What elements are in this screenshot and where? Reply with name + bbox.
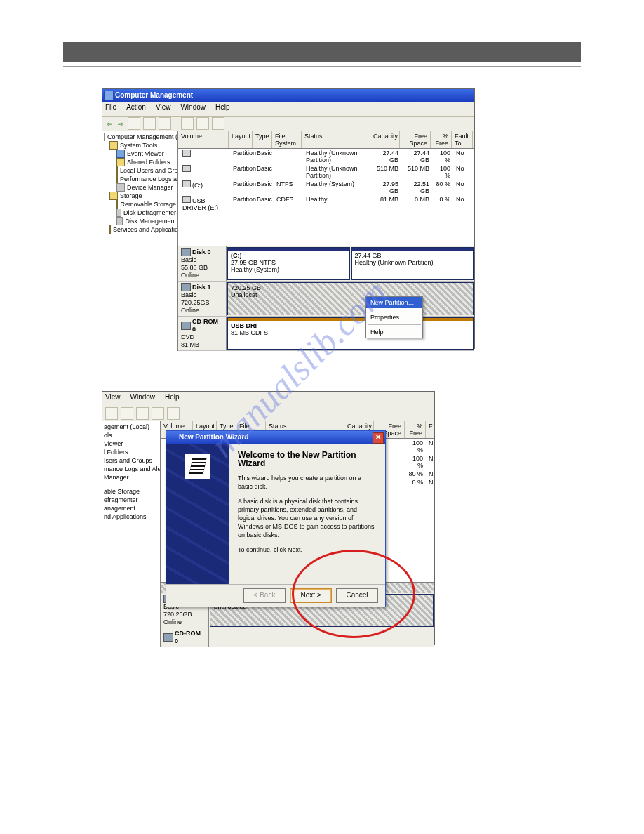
folder-icon — [116, 158, 125, 166]
disk-row[interactable]: CD-ROM 0 — [161, 628, 434, 647]
window-titlebar[interactable]: Computer Management — [102, 89, 474, 102]
tree-perf-logs[interactable]: Performance Logs and Alerts — [120, 175, 178, 183]
toolbar-btn[interactable] — [196, 117, 209, 130]
tree-local-users[interactable]: Local Users and Groups — [120, 166, 178, 175]
toolbar-btn[interactable] — [159, 117, 171, 130]
partition[interactable]: (C:) 27.95 GB NTFS Healthy (System) — [227, 247, 350, 280]
tree-services[interactable]: Services and Applications — [113, 225, 178, 234]
volume-table-header[interactable]: Volume Layout Type File System Status Ca… — [178, 131, 474, 149]
disk-icon — [181, 283, 191, 291]
tree-disk-mgmt[interactable]: Disk Management — [125, 217, 176, 225]
col-fault[interactable]: F — [426, 421, 434, 438]
tree-item[interactable]: Viewer — [104, 439, 123, 448]
wizard-titlebar[interactable]: New Partition Wizard ✕ — [166, 431, 385, 444]
col-pct[interactable]: % Free — [431, 131, 452, 148]
tree-item[interactable]: l Folders — [104, 448, 128, 456]
tree-item[interactable]: Isers and Groups — [104, 456, 152, 465]
nav-forward-icon[interactable]: ⇨ — [116, 120, 125, 128]
menubar[interactable]: File Action View Window Help — [102, 102, 474, 117]
cancel-button[interactable]: Cancel — [336, 588, 378, 603]
col-capacity[interactable]: Capacity — [370, 131, 400, 148]
tree-defrag[interactable]: Disk Defragmenter — [123, 208, 176, 217]
tree-pane[interactable]: Computer Management (Local) System Tools… — [102, 131, 178, 351]
disk-row[interactable]: Disk 1 Basic 720.25GB Online 720.25 GB U… — [178, 282, 474, 317]
tree-item[interactable]: anagement — [104, 504, 135, 512]
tree-item[interactable]: Manager — [104, 473, 129, 482]
computer-icon — [104, 133, 105, 141]
tree-item[interactable]: efragmenter — [104, 496, 138, 504]
tree-shared-folders[interactable]: Shared Folders — [127, 158, 170, 166]
tree-removable[interactable]: Removable Storage — [120, 200, 176, 208]
toolbar: ⇦ ⇨ — [102, 117, 474, 131]
context-menu[interactable]: New Partition… Properties Help — [365, 296, 423, 338]
drive-icon — [182, 150, 191, 157]
toolbar-btn[interactable] — [181, 117, 194, 130]
drive-icon — [182, 180, 191, 187]
tree-event-viewer[interactable]: Event Viewer — [127, 150, 164, 158]
tree-pane[interactable]: agement (Local) ols Viewer l Folders Ise… — [102, 421, 161, 647]
disk-row[interactable]: Disk 0 Basic 55.88 GB Online (C:) 27.95 … — [178, 246, 474, 282]
cdrom-icon — [163, 633, 173, 642]
toolbar-btn[interactable] — [136, 407, 149, 420]
partition[interactable]: 27.44 GB Healthy (Unknown Partition) — [351, 247, 474, 280]
tree-storage[interactable]: Storage — [120, 192, 142, 200]
menu-window[interactable]: Window — [130, 393, 156, 404]
toolbar-btn[interactable] — [143, 117, 156, 130]
tree-item[interactable]: nd Applications — [104, 512, 147, 521]
tree-item[interactable]: able Storage — [104, 487, 140, 496]
wizard-sidebar — [166, 444, 229, 584]
toolbar-btn[interactable] — [121, 407, 133, 420]
tree-system-tools[interactable]: System Tools — [120, 141, 157, 150]
menu-window[interactable]: Window — [180, 103, 206, 114]
wizard-dialog[interactable]: New Partition Wizard ✕ Welcome to the Ne… — [166, 430, 386, 607]
ctx-properties[interactable]: Properties — [366, 312, 422, 323]
nav-back-icon[interactable]: ⇦ — [105, 120, 114, 128]
toolbar-btn[interactable] — [105, 407, 118, 420]
toolbar-btn[interactable] — [167, 407, 180, 420]
menu-file[interactable]: File — [105, 103, 116, 114]
close-icon[interactable]: ✕ — [373, 432, 384, 444]
partition[interactable]: USB DRI 81 MB CDFS — [227, 317, 474, 350]
col-type[interactable]: Type — [253, 131, 272, 148]
menu-view[interactable]: View — [105, 393, 121, 404]
col-volume[interactable]: Volume — [178, 131, 229, 148]
wizard-title: New Partition Wizard — [179, 433, 248, 441]
next-button[interactable]: Next > — [290, 588, 332, 603]
drive-icon — [182, 165, 191, 172]
tree-root[interactable]: Computer Management (Local) — [107, 133, 178, 141]
col-layout[interactable]: Layout — [229, 131, 253, 148]
menu-help[interactable]: Help — [165, 393, 180, 404]
wizard-text: A basic disk is a physical disk that con… — [238, 497, 377, 539]
window-title: Computer Management — [115, 91, 193, 99]
table-row[interactable]: Partition Basic Healthy (Unknown Partiti… — [178, 149, 474, 164]
document-rule — [63, 66, 581, 67]
col-free[interactable]: Free Space — [400, 131, 431, 148]
tree-device-mgr[interactable]: Device Manager — [127, 183, 173, 192]
ctx-new-partition[interactable]: New Partition… — [366, 297, 422, 308]
table-row[interactable]: Partition Basic Healthy (Unknown Partiti… — [178, 164, 474, 180]
menu-view[interactable]: View — [156, 103, 171, 114]
menu-action[interactable]: Action — [126, 103, 146, 114]
col-fault[interactable]: Fault Tol — [452, 131, 473, 148]
folder-icon — [109, 192, 118, 200]
disk-icon — [181, 248, 191, 256]
menubar[interactable]: View Window Help — [102, 392, 434, 406]
table-row[interactable]: (C:) Partition Basic NTFS Healthy (Syste… — [178, 180, 474, 195]
col-fs[interactable]: File System — [272, 131, 302, 148]
tree-root[interactable]: agement (Local) — [104, 423, 149, 431]
col-status[interactable]: Status — [302, 131, 370, 148]
toolbar-btn[interactable] — [128, 117, 140, 130]
disk-map: Disk 0 Basic 55.88 GB Online (C:) 27.95 … — [178, 246, 474, 351]
toolbar-btn[interactable] — [152, 407, 164, 420]
menu-help[interactable]: Help — [215, 103, 230, 114]
tree-item[interactable]: mance Logs and Alerts — [104, 465, 161, 473]
toolbar-btn[interactable] — [212, 117, 224, 130]
folder-icon — [109, 141, 118, 150]
partition-unallocated[interactable]: 720.25 GB Unallocat — [227, 282, 474, 315]
table-row[interactable]: USB DRIVER (E:) Partition Basic CDFS Hea… — [178, 195, 474, 212]
tree-item[interactable]: ols — [104, 431, 112, 439]
disk-row[interactable]: CD-ROM 0 DVD 81 MB USB DRI 81 MB CDFS — [178, 317, 474, 351]
drive-icon — [182, 196, 191, 203]
col-pct[interactable]: % Free — [405, 421, 426, 438]
ctx-help[interactable]: Help — [366, 326, 422, 338]
